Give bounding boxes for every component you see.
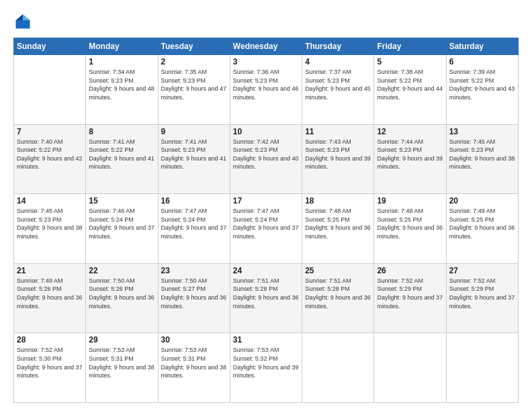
day-number: 22 xyxy=(89,266,154,275)
cell-info: Sunrise: 7:47 AMSunset: 5:24 PMDaylight:… xyxy=(161,208,227,240)
cell-info: Sunrise: 7:40 AMSunset: 5:22 PMDaylight:… xyxy=(17,138,83,171)
day-number: 25 xyxy=(305,266,371,275)
cell-info: Sunrise: 7:53 AMSunset: 5:31 PMDaylight:… xyxy=(89,347,154,379)
cell-info: Sunrise: 7:47 AMSunset: 5:24 PMDaylight:… xyxy=(233,208,299,240)
day-cell xyxy=(302,333,374,403)
cell-info: Sunrise: 7:53 AMSunset: 5:31 PMDaylight:… xyxy=(161,347,227,379)
day-cell: 11 Sunrise: 7:43 AMSunset: 5:23 PMDaylig… xyxy=(302,124,374,194)
day-number: 29 xyxy=(89,335,154,345)
weekday-header-monday: Monday xyxy=(86,38,158,55)
day-cell: 12 Sunrise: 7:44 AMSunset: 5:23 PMDaylig… xyxy=(374,124,446,194)
page: SundayMondayTuesdayWednesdayThursdayFrid… xyxy=(0,0,532,411)
day-number: 28 xyxy=(17,335,83,345)
day-cell: 8 Sunrise: 7:41 AMSunset: 5:22 PMDayligh… xyxy=(86,124,158,194)
day-number: 26 xyxy=(377,266,443,275)
day-number: 4 xyxy=(305,57,371,66)
weekday-header-tuesday: Tuesday xyxy=(158,38,230,55)
cell-info: Sunrise: 7:38 AMSunset: 5:22 PMDaylight:… xyxy=(377,68,443,101)
cell-info: Sunrise: 7:46 AMSunset: 5:24 PMDaylight:… xyxy=(89,208,154,240)
weekday-header-sunday: Sunday xyxy=(14,38,86,55)
day-number: 1 xyxy=(89,57,154,66)
day-number: 19 xyxy=(377,196,443,205)
cell-info: Sunrise: 7:44 AMSunset: 5:23 PMDaylight:… xyxy=(377,138,443,171)
cell-info: Sunrise: 7:50 AMSunset: 5:26 PMDaylight:… xyxy=(89,277,154,310)
day-cell: 19 Sunrise: 7:48 AMSunset: 5:25 PMDaylig… xyxy=(374,194,446,264)
cell-info: Sunrise: 7:50 AMSunset: 5:27 PMDaylight:… xyxy=(161,277,227,310)
day-cell: 14 Sunrise: 7:45 AMSunset: 5:23 PMDaylig… xyxy=(14,194,86,264)
cell-info: Sunrise: 7:49 AMSunset: 5:26 PMDaylight:… xyxy=(17,277,83,310)
day-cell: 27 Sunrise: 7:52 AMSunset: 5:29 PMDaylig… xyxy=(446,263,518,333)
week-row-1: 1 Sunrise: 7:34 AMSunset: 5:23 PMDayligh… xyxy=(14,55,519,125)
cell-info: Sunrise: 7:39 AMSunset: 5:22 PMDaylight:… xyxy=(449,68,515,101)
day-cell: 9 Sunrise: 7:41 AMSunset: 5:23 PMDayligh… xyxy=(158,124,230,194)
day-number: 21 xyxy=(17,266,83,275)
day-cell: 18 Sunrise: 7:48 AMSunset: 5:25 PMDaylig… xyxy=(302,194,374,264)
day-cell: 7 Sunrise: 7:40 AMSunset: 5:22 PMDayligh… xyxy=(14,124,86,194)
day-cell: 24 Sunrise: 7:51 AMSunset: 5:28 PMDaylig… xyxy=(230,263,302,333)
cell-info: Sunrise: 7:52 AMSunset: 5:29 PMDaylight:… xyxy=(377,277,443,310)
svg-marker-2 xyxy=(16,15,24,21)
day-cell: 4 Sunrise: 7:37 AMSunset: 5:23 PMDayligh… xyxy=(302,55,374,125)
cell-info: Sunrise: 7:36 AMSunset: 5:23 PMDaylight:… xyxy=(233,68,299,101)
day-cell: 2 Sunrise: 7:35 AMSunset: 5:23 PMDayligh… xyxy=(158,55,230,125)
day-number: 27 xyxy=(449,266,515,275)
cell-info: Sunrise: 7:48 AMSunset: 5:25 PMDaylight:… xyxy=(305,208,371,240)
cell-info: Sunrise: 7:53 AMSunset: 5:32 PMDaylight:… xyxy=(233,347,299,379)
cell-info: Sunrise: 7:37 AMSunset: 5:23 PMDaylight:… xyxy=(305,68,371,101)
svg-marker-1 xyxy=(23,15,30,21)
day-cell: 22 Sunrise: 7:50 AMSunset: 5:26 PMDaylig… xyxy=(86,263,158,333)
weekday-header-thursday: Thursday xyxy=(302,38,374,55)
day-number: 14 xyxy=(17,196,83,205)
day-cell: 20 Sunrise: 7:49 AMSunset: 5:25 PMDaylig… xyxy=(446,194,518,264)
day-cell xyxy=(374,333,446,403)
day-cell: 25 Sunrise: 7:51 AMSunset: 5:28 PMDaylig… xyxy=(302,263,374,333)
day-number: 24 xyxy=(233,266,299,275)
day-cell: 21 Sunrise: 7:49 AMSunset: 5:26 PMDaylig… xyxy=(14,263,86,333)
cell-info: Sunrise: 7:45 AMSunset: 5:23 PMDaylight:… xyxy=(449,138,515,171)
day-number: 16 xyxy=(161,196,227,205)
day-cell: 15 Sunrise: 7:46 AMSunset: 5:24 PMDaylig… xyxy=(86,194,158,264)
day-number: 23 xyxy=(161,266,227,275)
cell-info: Sunrise: 7:52 AMSunset: 5:29 PMDaylight:… xyxy=(449,277,515,310)
week-row-4: 21 Sunrise: 7:49 AMSunset: 5:26 PMDaylig… xyxy=(14,263,519,333)
header xyxy=(13,12,519,31)
cell-info: Sunrise: 7:41 AMSunset: 5:22 PMDaylight:… xyxy=(89,138,154,171)
day-number: 7 xyxy=(17,127,83,136)
cell-info: Sunrise: 7:45 AMSunset: 5:23 PMDaylight:… xyxy=(17,208,83,240)
day-number: 15 xyxy=(89,196,154,205)
day-number: 20 xyxy=(449,196,515,205)
cell-info: Sunrise: 7:41 AMSunset: 5:23 PMDaylight:… xyxy=(161,138,227,171)
week-row-5: 28 Sunrise: 7:52 AMSunset: 5:30 PMDaylig… xyxy=(14,333,519,403)
day-cell: 17 Sunrise: 7:47 AMSunset: 5:24 PMDaylig… xyxy=(230,194,302,264)
day-number: 9 xyxy=(161,127,227,136)
day-number: 8 xyxy=(89,127,154,136)
day-number: 18 xyxy=(305,196,371,205)
day-cell: 10 Sunrise: 7:42 AMSunset: 5:23 PMDaylig… xyxy=(230,124,302,194)
weekday-header-friday: Friday xyxy=(374,38,446,55)
day-cell: 28 Sunrise: 7:52 AMSunset: 5:30 PMDaylig… xyxy=(14,333,86,403)
day-cell: 5 Sunrise: 7:38 AMSunset: 5:22 PMDayligh… xyxy=(374,55,446,125)
day-cell: 30 Sunrise: 7:53 AMSunset: 5:31 PMDaylig… xyxy=(158,333,230,403)
day-number: 17 xyxy=(233,196,299,205)
week-row-2: 7 Sunrise: 7:40 AMSunset: 5:22 PMDayligh… xyxy=(14,124,519,194)
day-number: 31 xyxy=(233,335,299,345)
day-number: 10 xyxy=(233,127,299,136)
day-number: 30 xyxy=(161,335,227,345)
day-cell: 23 Sunrise: 7:50 AMSunset: 5:27 PMDaylig… xyxy=(158,263,230,333)
day-cell: 16 Sunrise: 7:47 AMSunset: 5:24 PMDaylig… xyxy=(158,194,230,264)
weekday-header-row: SundayMondayTuesdayWednesdayThursdayFrid… xyxy=(14,38,519,55)
day-number: 12 xyxy=(377,127,443,136)
weekday-header-saturday: Saturday xyxy=(446,38,518,55)
day-cell: 1 Sunrise: 7:34 AMSunset: 5:23 PMDayligh… xyxy=(86,55,158,125)
cell-info: Sunrise: 7:52 AMSunset: 5:30 PMDaylight:… xyxy=(17,347,83,379)
day-number: 13 xyxy=(449,127,515,136)
day-cell: 29 Sunrise: 7:53 AMSunset: 5:31 PMDaylig… xyxy=(86,333,158,403)
calendar-table: SundayMondayTuesdayWednesdayThursdayFrid… xyxy=(13,38,519,403)
day-number: 2 xyxy=(161,57,227,66)
cell-info: Sunrise: 7:43 AMSunset: 5:23 PMDaylight:… xyxy=(305,138,371,171)
day-cell: 31 Sunrise: 7:53 AMSunset: 5:32 PMDaylig… xyxy=(230,333,302,403)
day-cell xyxy=(14,55,86,125)
cell-info: Sunrise: 7:48 AMSunset: 5:25 PMDaylight:… xyxy=(377,208,443,240)
day-cell xyxy=(446,333,518,403)
weekday-header-wednesday: Wednesday xyxy=(230,38,302,55)
